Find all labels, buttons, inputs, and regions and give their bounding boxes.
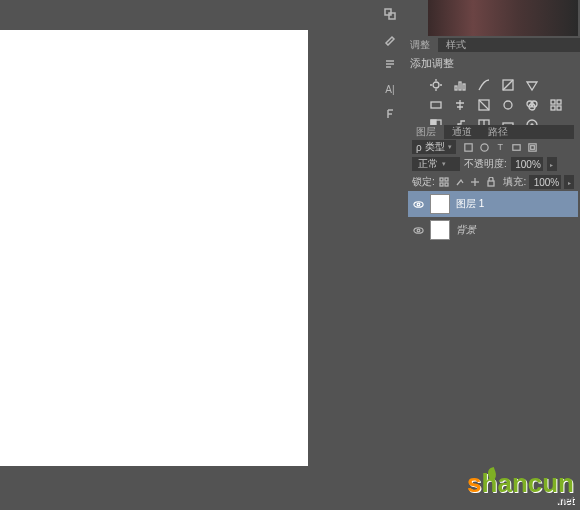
svg-rect-39 [440, 183, 443, 186]
svg-point-5 [433, 82, 439, 88]
levels-icon[interactable] [452, 77, 468, 93]
brush-icon[interactable] [379, 28, 401, 50]
add-adjustment-label: 添加调整 [410, 56, 572, 71]
fill-label: 填充: [503, 175, 526, 189]
lock-label: 锁定: [412, 175, 435, 189]
canvas[interactable] [0, 30, 308, 466]
type-tool-icon[interactable]: A| [379, 78, 401, 100]
svg-point-33 [481, 143, 488, 150]
layer-thumbnail[interactable] [430, 220, 450, 240]
fill-input[interactable] [529, 175, 561, 189]
blend-opacity-row: 正常▾ 不透明度: ▸ [408, 155, 578, 173]
color-lookup-icon[interactable] [548, 97, 564, 113]
annotations-icon[interactable] [379, 103, 401, 125]
vertical-tool-strip: A| [378, 0, 402, 130]
fill-stepper[interactable]: ▸ [564, 175, 574, 189]
hue-sat-icon[interactable] [428, 97, 444, 113]
tab-adjust[interactable]: 调整 [402, 38, 438, 52]
svg-rect-37 [440, 178, 443, 181]
lock-image-icon[interactable] [453, 176, 466, 189]
visibility-eye-icon[interactable] [412, 198, 424, 210]
svg-rect-35 [529, 143, 536, 150]
exposure-icon[interactable] [500, 77, 516, 93]
svg-rect-12 [463, 84, 465, 90]
layer-filter-toolbar: ρ类型▾ T [408, 139, 578, 155]
opacity-stepper[interactable]: ▸ [547, 157, 557, 171]
svg-point-17 [504, 101, 512, 109]
filter-pixel-icon[interactable] [462, 141, 475, 154]
layers-channels-paths-tabs: 图层 通道 路径 [408, 125, 574, 139]
layers-panel: ρ类型▾ T 正常▾ 不透明度: ▸ 锁定: 填充 [408, 139, 578, 510]
svg-rect-43 [488, 181, 494, 186]
svg-rect-21 [551, 100, 555, 104]
svg-rect-0 [385, 9, 391, 15]
layer-row[interactable]: 背景 [408, 217, 578, 243]
opacity-label: 不透明度: [464, 157, 507, 171]
watermark: shancun .net [467, 468, 574, 506]
tab-paths[interactable]: 路径 [480, 125, 516, 139]
svg-rect-24 [557, 106, 561, 110]
filter-adjustment-icon[interactable] [478, 141, 491, 154]
vibrance-icon[interactable] [524, 77, 540, 93]
adjust-style-tabs: 调整 样式 [402, 38, 580, 52]
brightness-icon[interactable] [428, 77, 444, 93]
tab-channels[interactable]: 通道 [444, 125, 480, 139]
svg-line-14 [503, 80, 513, 90]
svg-rect-11 [459, 82, 461, 90]
layer-list: 图层 1 背景 [408, 191, 578, 243]
filter-shape-icon[interactable] [510, 141, 523, 154]
filter-smart-icon[interactable] [526, 141, 539, 154]
svg-rect-10 [455, 86, 457, 90]
svg-rect-1 [389, 13, 395, 19]
svg-rect-15 [431, 102, 441, 108]
opacity-input[interactable] [511, 157, 543, 171]
filter-type-dropdown[interactable]: ρ类型▾ [412, 140, 456, 154]
curves-icon[interactable] [476, 77, 492, 93]
layer-name[interactable]: 图层 1 [456, 197, 484, 211]
lock-transparent-icon[interactable] [438, 176, 451, 189]
blend-mode-dropdown[interactable]: 正常▾ [412, 157, 460, 171]
svg-point-47 [417, 229, 420, 232]
layer-thumbnail[interactable] [430, 194, 450, 214]
filter-type-icon[interactable]: T [494, 141, 507, 154]
svg-rect-36 [530, 145, 534, 149]
channel-mixer-icon[interactable] [524, 97, 540, 113]
tab-layers[interactable]: 图层 [408, 125, 444, 139]
watermark-text: hancun [482, 468, 574, 498]
tab-style[interactable]: 样式 [438, 38, 474, 52]
svg-rect-40 [445, 183, 448, 186]
preview-thumbnail [428, 0, 578, 36]
bw-icon[interactable] [476, 97, 492, 113]
lock-position-icon[interactable] [469, 176, 482, 189]
svg-rect-38 [445, 178, 448, 181]
lock-all-icon[interactable] [485, 176, 498, 189]
svg-rect-34 [513, 144, 520, 150]
paragraph-icon[interactable] [379, 53, 401, 75]
color-swatch-icon[interactable] [379, 3, 401, 25]
svg-rect-23 [551, 106, 555, 110]
layer-name[interactable]: 背景 [456, 223, 476, 237]
svg-point-45 [417, 203, 420, 206]
right-panel: 调整 样式 添加调整 图层 通道 路径 [402, 0, 580, 510]
svg-rect-22 [557, 100, 561, 104]
lock-fill-row: 锁定: 填充: ▸ [408, 173, 578, 191]
layer-row[interactable]: 图层 1 [408, 191, 578, 217]
photo-filter-icon[interactable] [500, 97, 516, 113]
visibility-eye-icon[interactable] [412, 224, 424, 236]
color-balance-icon[interactable] [452, 97, 468, 113]
svg-rect-32 [465, 143, 472, 150]
